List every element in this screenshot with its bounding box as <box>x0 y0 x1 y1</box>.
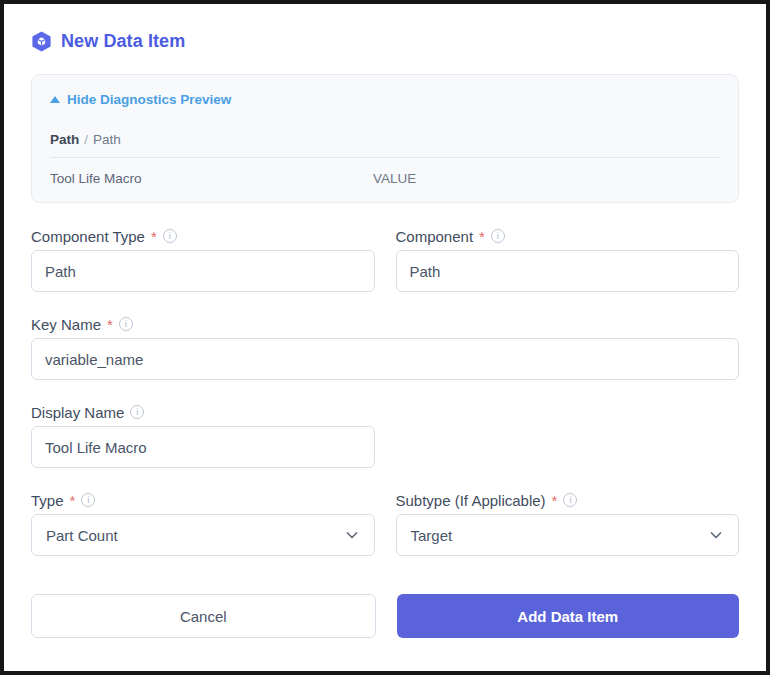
panel-divider <box>50 157 720 158</box>
component-type-field: Component Type * i <box>31 227 375 292</box>
breadcrumb-primary: Path <box>50 132 79 147</box>
key-name-input[interactable] <box>31 338 739 380</box>
type-select-value: Part Count <box>46 527 118 544</box>
required-asterisk: * <box>151 228 157 245</box>
page-title: New Data Item <box>61 31 185 52</box>
type-select[interactable]: Part Count <box>31 514 375 556</box>
form-row-display-name: Display Name i <box>31 403 739 468</box>
dialog-header: New Data Item <box>31 30 739 52</box>
required-asterisk: * <box>70 492 76 509</box>
preview-item-name: Tool Life Macro <box>50 171 373 186</box>
label-text: Key Name <box>31 316 101 333</box>
display-name-field: Display Name i <box>31 403 375 468</box>
info-icon[interactable]: i <box>81 493 95 507</box>
breadcrumb-separator: / <box>84 132 88 147</box>
component-label: Component * i <box>396 227 740 245</box>
key-name-field: Key Name * i <box>31 315 739 380</box>
display-name-label: Display Name i <box>31 403 375 421</box>
hide-diagnostics-toggle[interactable]: Hide Diagnostics Preview <box>50 92 720 107</box>
cube-icon <box>31 31 52 52</box>
toggle-label: Hide Diagnostics Preview <box>67 92 231 107</box>
preview-item-value: VALUE <box>373 171 416 186</box>
label-text: Component Type <box>31 228 145 245</box>
form-row-type: Type * i Part Count Subtype (If Applicab… <box>31 491 739 556</box>
dialog-actions: Cancel Add Data Item <box>31 594 739 638</box>
display-name-input[interactable] <box>31 426 375 468</box>
chevron-down-icon <box>708 527 724 543</box>
add-data-item-button[interactable]: Add Data Item <box>397 594 740 638</box>
diagnostics-preview-panel: Hide Diagnostics Preview Path/Path Tool … <box>31 74 739 203</box>
component-type-input[interactable] <box>31 250 375 292</box>
cancel-button[interactable]: Cancel <box>31 594 376 638</box>
info-icon[interactable]: i <box>130 405 144 419</box>
info-icon[interactable]: i <box>563 493 577 507</box>
label-text: Type <box>31 492 64 509</box>
required-asterisk: * <box>552 492 558 509</box>
form-row-component: Component Type * i Component * i <box>31 227 739 292</box>
breadcrumb: Path/Path <box>50 132 720 147</box>
breadcrumb-secondary: Path <box>93 132 121 147</box>
component-type-label: Component Type * i <box>31 227 375 245</box>
preview-row: Tool Life Macro VALUE <box>50 171 720 186</box>
subtype-select-value: Target <box>411 527 453 544</box>
component-input[interactable] <box>396 250 740 292</box>
subtype-label: Subtype (If Applicable) * i <box>396 491 740 509</box>
info-icon[interactable]: i <box>119 317 133 331</box>
label-text: Display Name <box>31 404 124 421</box>
spacer-column <box>396 403 740 468</box>
component-field: Component * i <box>396 227 740 292</box>
new-data-item-dialog: New Data Item Hide Diagnostics Preview P… <box>4 4 766 665</box>
key-name-label: Key Name * i <box>31 315 739 333</box>
label-text: Subtype (If Applicable) <box>396 492 546 509</box>
required-asterisk: * <box>479 228 485 245</box>
info-icon[interactable]: i <box>491 229 505 243</box>
required-asterisk: * <box>107 316 113 333</box>
type-label: Type * i <box>31 491 375 509</box>
triangle-up-icon <box>50 96 60 103</box>
label-text: Component <box>396 228 474 245</box>
type-field: Type * i Part Count <box>31 491 375 556</box>
chevron-down-icon <box>344 527 360 543</box>
info-icon[interactable]: i <box>163 229 177 243</box>
dialog-frame: New Data Item Hide Diagnostics Preview P… <box>0 0 770 675</box>
subtype-select[interactable]: Target <box>396 514 740 556</box>
subtype-field: Subtype (If Applicable) * i Target <box>396 491 740 556</box>
